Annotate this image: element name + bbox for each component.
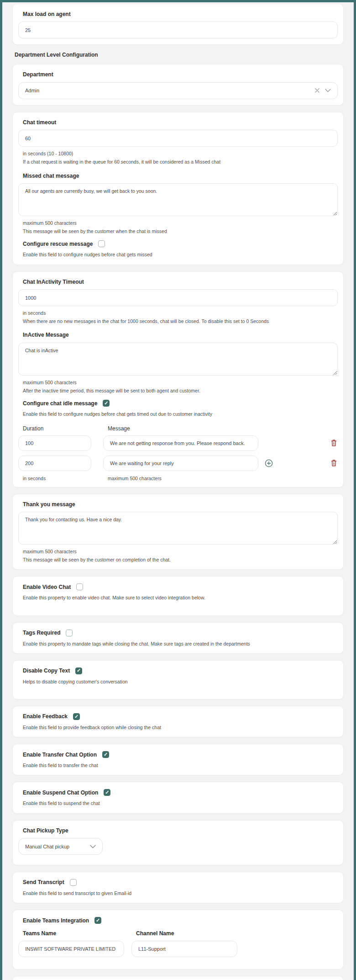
missed-chat-hint: maximum 500 characters — [23, 220, 338, 227]
enable-feedback-checkbox[interactable] — [73, 713, 80, 720]
configure-idle-message-checkbox[interactable] — [103, 400, 110, 407]
nudge-message-input[interactable] — [103, 435, 258, 451]
max-load-label: Max load on agent — [23, 11, 338, 17]
card-transfer-chat: Enable Transfer Chat Option Enable this … — [12, 744, 344, 775]
card-chat-timeout: Chat timeout in seconds (10 - 10800) If … — [12, 112, 344, 265]
suspend-chat-label: Enable Suspend Chat Option — [23, 789, 98, 796]
page-frame: Max load on agent Department Level Confi… — [0, 0, 356, 980]
tags-required-checkbox[interactable] — [66, 630, 73, 636]
settings-page: Max load on agent Department Level Confi… — [2, 2, 354, 980]
missed-chat-message-label: Missed chat message — [23, 173, 338, 179]
chat-timeout-label: Chat timeout — [23, 119, 338, 126]
chat-pickup-label: Chat Pickup Type — [23, 827, 338, 834]
max-load-input[interactable] — [18, 21, 338, 38]
chat-timeout-hint: in seconds (10 - 10800) — [23, 150, 338, 157]
teams-name-field: Teams Name — [18, 929, 124, 957]
duration-footer-hint: in seconds — [18, 476, 91, 481]
inactivity-timeout-label: Chat InActivity Timeout — [23, 279, 338, 285]
department-selected-value: Admin — [25, 88, 39, 93]
chat-timeout-input[interactable] — [18, 130, 338, 147]
missed-chat-message-textarea[interactable]: All our agents are currently busy, we wi… — [18, 183, 338, 216]
transfer-chat-checkbox[interactable] — [102, 751, 109, 758]
trash-icon — [331, 460, 337, 466]
delete-nudge-button[interactable] — [331, 460, 337, 466]
nudge-duration-input[interactable] — [18, 456, 91, 471]
teams-integration-checkbox[interactable] — [94, 917, 101, 924]
message-footer-hint: maximum 500 characters — [103, 476, 258, 481]
card-department: Department Admin — [12, 64, 344, 105]
department-level-heading: Department Level Configuration — [15, 52, 344, 58]
thank-you-label: Thank you message — [23, 501, 338, 508]
nudge-duration-input[interactable] — [18, 435, 91, 451]
disable-copy-desc: Helps to disable copying customer's conv… — [23, 678, 338, 685]
department-select[interactable]: Admin — [18, 82, 338, 99]
inactive-message-desc: After the inactive time period, this mes… — [23, 387, 338, 394]
video-chat-label: Enable Video Chat — [23, 584, 71, 590]
suspend-chat-desc: Enable this field to suspend the chat — [23, 800, 338, 807]
teams-name-label: Teams Name — [23, 930, 124, 937]
send-transcript-checkbox[interactable] — [70, 879, 77, 886]
send-transcript-label: Send Transcript — [23, 879, 64, 885]
disable-copy-checkbox[interactable] — [75, 667, 82, 674]
card-send-transcript: Send Transcript Enable this field to sen… — [12, 872, 344, 903]
chevron-down-icon — [325, 89, 331, 92]
idle-nudge-row — [18, 435, 338, 451]
tags-required-label: Tags Required — [23, 630, 60, 636]
idle-nudges-table: Duration Message — [18, 425, 338, 481]
configure-rescue-message-label: Configure rescue message — [23, 241, 93, 247]
trash-icon — [331, 440, 337, 446]
chevron-down-icon — [90, 845, 96, 848]
configure-idle-message-label: Configure chat idle message — [23, 400, 97, 407]
thank-you-hint: maximum 500 characters — [23, 548, 338, 555]
plus-circle-icon — [265, 459, 273, 467]
thank-you-desc: This message will be seen by the custome… — [23, 556, 338, 563]
card-invite-agent: Enable Invite Agent Enable this field to… — [12, 976, 344, 980]
chat-pickup-selected-value: Manual Chat pickup — [25, 844, 69, 849]
enable-feedback-desc: Enable this field to provide feedback op… — [23, 724, 338, 731]
tags-required-desc: Enable this property to mandate tags whi… — [23, 641, 338, 647]
configure-rescue-message-desc: Enable this field to configure nudges be… — [23, 251, 338, 258]
clear-icon[interactable] — [315, 88, 319, 93]
card-disable-copy: Disable Copy Text Helps to disable copyi… — [12, 660, 344, 699]
suspend-chat-checkbox[interactable] — [104, 789, 110, 796]
channel-name-field: Channel Name — [131, 929, 237, 957]
card-enable-feedback: Enable Feedback Enable this field to pro… — [12, 706, 344, 737]
thank-you-textarea[interactable]: Thank you for contacting us. Have a nice… — [18, 512, 338, 545]
card-tags-required: Tags Required Enable this property to ma… — [12, 622, 344, 654]
card-video-chat: Enable Video Chat Enable this property t… — [12, 576, 344, 615]
nudge-message-input[interactable] — [103, 456, 258, 471]
duration-column-header: Duration — [18, 425, 91, 432]
configure-idle-message-desc: Enable this field to configure nudges be… — [23, 411, 338, 418]
channel-name-input[interactable] — [131, 941, 237, 957]
chat-pickup-select[interactable]: Manual Chat pickup — [18, 838, 103, 855]
video-chat-checkbox[interactable] — [76, 583, 83, 590]
teams-name-input[interactable] — [18, 941, 124, 957]
delete-nudge-button[interactable] — [331, 440, 337, 446]
inactive-message-hint: maximum 500 characters — [23, 379, 338, 386]
channel-name-label: Channel Name — [136, 930, 237, 937]
inactivity-desc: When there are no new messages in the ch… — [23, 318, 338, 325]
inactive-message-label: InActive Message — [23, 332, 338, 338]
card-max-load: Max load on agent — [12, 4, 344, 45]
teams-integration-label: Enable Teams Integration — [23, 917, 89, 924]
inactivity-hint: in seconds — [23, 310, 338, 317]
card-teams-integration: Enable Teams Integration Teams Name Chan… — [12, 910, 344, 969]
card-thank-you: Thank you message Thank you for contacti… — [12, 494, 344, 570]
inactive-message-textarea[interactable]: Chat is inActive — [18, 343, 338, 376]
chat-timeout-desc: If a chat request is waiting in the queu… — [23, 159, 338, 165]
card-chat-pickup: Chat Pickup Type Manual Chat pickup — [12, 820, 344, 865]
video-chat-desc: Enable this property to enable video cha… — [23, 594, 338, 601]
transfer-chat-desc: Enable this field to transfer the chat — [23, 762, 338, 769]
enable-feedback-label: Enable Feedback — [23, 713, 68, 720]
message-column-header: Message — [103, 425, 258, 432]
add-nudge-button[interactable] — [265, 459, 273, 467]
department-label: Department — [23, 71, 338, 78]
configure-rescue-message-checkbox[interactable] — [98, 240, 105, 247]
inactivity-timeout-input[interactable] — [18, 289, 338, 306]
card-suspend-chat: Enable Suspend Chat Option Enable this f… — [12, 782, 344, 813]
send-transcript-desc: Enable this field to send transcript to … — [23, 890, 338, 897]
idle-nudge-row — [18, 456, 338, 471]
transfer-chat-label: Enable Transfer Chat Option — [23, 752, 97, 758]
disable-copy-label: Disable Copy Text — [23, 667, 70, 674]
card-inactivity-timeout: Chat InActivity Timeout in seconds When … — [12, 271, 344, 487]
